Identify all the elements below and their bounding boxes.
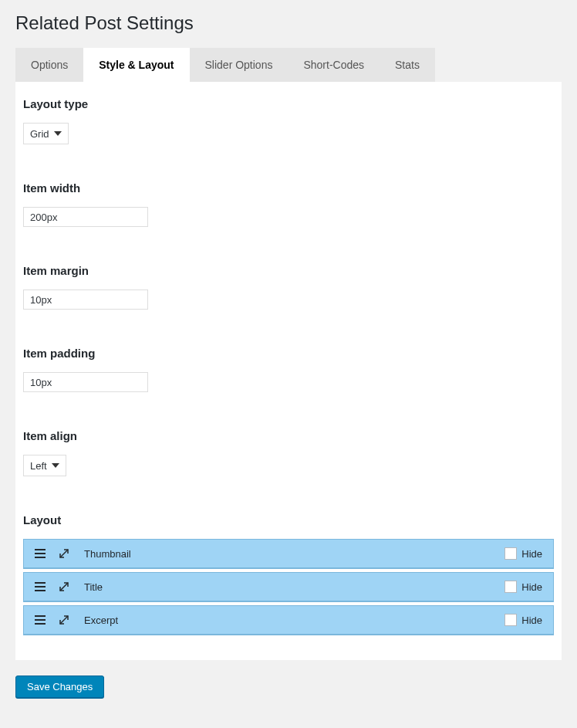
layout-item: Title Hide: [23, 572, 554, 602]
field-layout-type: Layout type Grid: [23, 97, 554, 144]
drag-handle-icon[interactable]: [35, 549, 46, 558]
svg-rect-2: [35, 557, 46, 558]
svg-line-7: [60, 583, 68, 591]
tab-options[interactable]: Options: [15, 48, 83, 82]
layout-item: Excerpt Hide: [23, 605, 554, 635]
svg-rect-4: [35, 582, 46, 584]
svg-line-3: [60, 550, 68, 557]
field-item-align: Item align Left: [23, 429, 554, 476]
tabs-bar: Options Style & Layout Slider Options Sh…: [15, 48, 562, 82]
hide-checkbox[interactable]: [504, 614, 517, 626]
hide-label: Hide: [521, 581, 542, 593]
layout-item: Thumbnail Hide: [23, 539, 554, 569]
layout-item-label: Excerpt: [84, 615, 504, 626]
hide-label: Hide: [521, 615, 542, 626]
field-item-width: Item width: [23, 181, 554, 227]
hide-label: Hide: [521, 548, 542, 560]
layout-type-label: Layout type: [23, 97, 554, 110]
item-align-select[interactable]: Left: [23, 455, 66, 476]
drag-handle-icon[interactable]: [35, 582, 46, 591]
layout-item-label: Thumbnail: [84, 548, 504, 560]
hide-checkbox[interactable]: [504, 581, 517, 593]
hide-checkbox[interactable]: [504, 547, 517, 560]
settings-panel: Layout type Grid Item width Item margin …: [15, 82, 562, 660]
save-button[interactable]: Save Changes: [15, 676, 104, 698]
svg-rect-9: [35, 619, 46, 621]
tab-style-layout[interactable]: Style & Layout: [83, 48, 189, 82]
item-padding-input[interactable]: [23, 372, 148, 392]
svg-line-11: [60, 616, 68, 624]
page-title: Related Post Settings: [15, 8, 562, 48]
expand-icon[interactable]: [59, 615, 70, 625]
field-layout: Layout Thumbnail Hide T: [23, 513, 554, 635]
layout-type-select[interactable]: Grid: [23, 123, 69, 144]
svg-rect-6: [35, 590, 46, 591]
tab-short-codes[interactable]: Short-Codes: [288, 48, 380, 82]
svg-rect-1: [35, 553, 46, 554]
item-align-label: Item align: [23, 429, 554, 442]
svg-rect-8: [35, 615, 46, 617]
item-margin-input[interactable]: [23, 290, 148, 310]
item-margin-label: Item margin: [23, 264, 554, 277]
expand-icon[interactable]: [59, 582, 70, 591]
svg-rect-0: [35, 549, 46, 550]
tab-stats[interactable]: Stats: [380, 48, 435, 82]
field-item-padding: Item padding: [23, 347, 554, 392]
svg-rect-10: [35, 623, 46, 625]
item-padding-label: Item padding: [23, 347, 554, 360]
svg-rect-5: [35, 586, 46, 587]
field-item-margin: Item margin: [23, 264, 554, 310]
layout-items-list: Thumbnail Hide Title Hide: [23, 539, 554, 635]
expand-icon[interactable]: [59, 549, 70, 558]
tab-slider-options[interactable]: Slider Options: [190, 48, 288, 82]
drag-handle-icon[interactable]: [35, 615, 46, 625]
item-width-label: Item width: [23, 181, 554, 195]
item-width-input[interactable]: [23, 207, 148, 227]
layout-label: Layout: [23, 513, 554, 527]
layout-item-label: Title: [84, 581, 504, 593]
